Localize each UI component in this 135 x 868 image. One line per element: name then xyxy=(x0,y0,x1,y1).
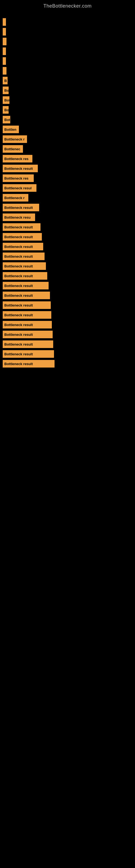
bar-label xyxy=(3,48,6,55)
bar-row: Bottlenec xyxy=(3,145,132,153)
bar-label: Bottleneck result xyxy=(3,262,46,270)
page-container: TheBottlenecker.com BBoBotBoBotBottlenBo… xyxy=(0,0,135,868)
bar-label: Bottleneck result xyxy=(3,360,54,368)
bar-label: Bo xyxy=(3,106,9,114)
site-title: TheBottlenecker.com xyxy=(0,0,135,11)
bar-label: Bottleneck r xyxy=(3,194,28,202)
bar-row: Bottleneck result xyxy=(3,203,132,212)
bar-row: Bottleneck result xyxy=(3,164,132,173)
bars-section: BBoBotBoBotBottlenBottleneck rBottlenecB… xyxy=(0,11,135,372)
bar-row: Bottlen xyxy=(3,125,132,134)
bar-label: Bottleneck result xyxy=(3,340,53,348)
bar-label: Bo xyxy=(3,87,9,94)
bar-row: Bottleneck result xyxy=(3,291,132,300)
bar-row xyxy=(3,37,132,46)
bar-row: Bottleneck result xyxy=(3,360,132,368)
bar-row xyxy=(3,18,132,26)
bar-row: Bottleneck result xyxy=(3,272,132,280)
bar-row: Bottleneck result xyxy=(3,223,132,231)
bar-label: Bottleneck result xyxy=(3,223,41,231)
bar-label: Bottleneck result xyxy=(3,165,38,172)
bar-label: Bottlenec xyxy=(3,145,23,153)
bar-label: Bottleneck result xyxy=(3,282,49,289)
bar-label: Bottleneck result xyxy=(3,301,51,309)
bar-label: Bottleneck resu xyxy=(3,214,35,221)
bar-row xyxy=(3,47,132,56)
bar-label: Bottleneck result xyxy=(3,311,51,319)
bar-label xyxy=(3,18,6,26)
bar-row: Bottleneck result xyxy=(3,330,132,339)
bar-label xyxy=(3,67,6,74)
bar-label: Bottleneck res xyxy=(3,175,34,182)
bar-row: Bottleneck r xyxy=(3,135,132,144)
bar-label: Bottleneck result xyxy=(3,233,42,241)
bar-label: Bot xyxy=(3,116,10,123)
bar-row: Bottleneck result xyxy=(3,311,132,319)
bar-label xyxy=(3,57,6,65)
bar-label: Bottleneck res xyxy=(3,155,32,162)
bar-row xyxy=(3,27,132,36)
bar-row: Bo xyxy=(3,105,132,114)
bar-row: B xyxy=(3,76,132,85)
bar-row: Bottleneck result xyxy=(3,301,132,310)
bar-label: Bottleneck resul xyxy=(3,184,37,192)
bar-label: B xyxy=(3,77,8,84)
bar-label: Bottleneck result xyxy=(3,272,47,280)
bar-label xyxy=(3,28,6,35)
bar-row: Bottleneck result xyxy=(3,350,132,358)
bar-label: Bottleneck result xyxy=(3,204,39,211)
bar-label: Bottleneck result xyxy=(3,243,43,250)
bar-row xyxy=(3,66,132,75)
bar-row xyxy=(3,57,132,65)
bar-row: Bottleneck result xyxy=(3,262,132,271)
bar-label: Bot xyxy=(3,96,9,104)
bar-label xyxy=(3,38,6,45)
bar-row: Bottleneck r xyxy=(3,193,132,202)
bar-label: Bottleneck result xyxy=(3,321,52,329)
bar-row: Bottleneck result xyxy=(3,252,132,261)
bar-row: Bottleneck result xyxy=(3,232,132,241)
bar-row: Bottleneck result xyxy=(3,320,132,329)
bar-row: Bot xyxy=(3,96,132,104)
bar-label: Bottlen xyxy=(3,126,19,133)
bar-row: Bottleneck result xyxy=(3,340,132,348)
bar-label: Bottleneck r xyxy=(3,135,27,143)
bar-label: Bottleneck result xyxy=(3,331,53,338)
bar-row: Bottleneck res xyxy=(3,174,132,183)
bar-label: Bottleneck result xyxy=(3,350,54,358)
bar-row: Bottleneck resu xyxy=(3,213,132,222)
bar-row: Bo xyxy=(3,86,132,95)
bar-row: Bottleneck result xyxy=(3,281,132,290)
bar-label: Bottleneck result xyxy=(3,291,50,299)
bar-row: Bottleneck res xyxy=(3,154,132,163)
bar-row: Bot xyxy=(3,115,132,124)
bar-label: Bottleneck result xyxy=(3,252,45,260)
bar-row: Bottleneck resul xyxy=(3,184,132,192)
bar-row: Bottleneck result xyxy=(3,242,132,251)
